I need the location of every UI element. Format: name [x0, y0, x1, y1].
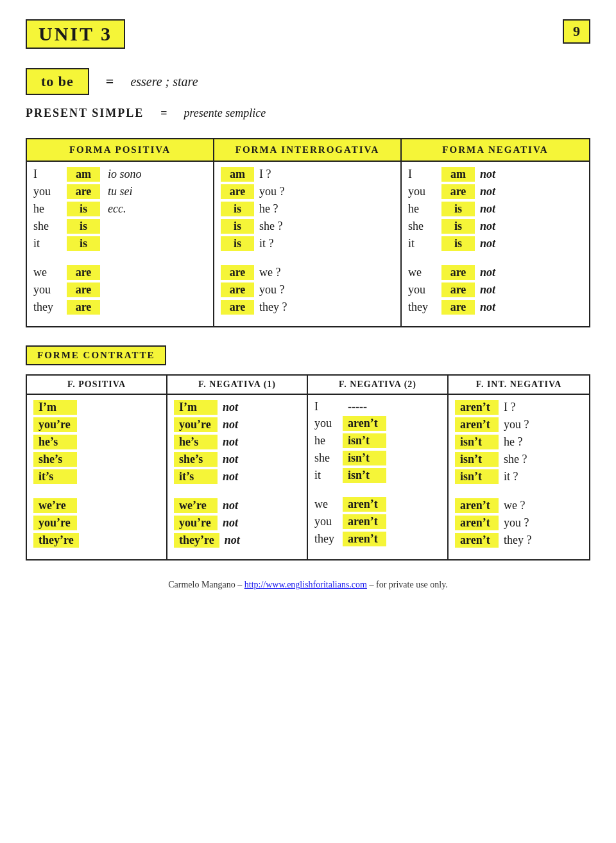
contracted-neg: aren’t	[455, 400, 499, 415]
not: not	[480, 300, 504, 314]
contracted-form: he’s	[174, 435, 218, 449]
pronoun: you	[33, 283, 67, 297]
table-row: is it ?	[221, 236, 394, 251]
verb: am	[221, 167, 254, 182]
table-row: he is not	[408, 202, 583, 216]
verb: is	[67, 236, 100, 251]
contracted-form: you’re	[33, 417, 77, 432]
present-simple-translation: presente semplice	[184, 107, 266, 120]
table-row: she’s not	[174, 452, 300, 467]
contratte-col-neg2: F. NEGATIVA (2) I ----- you aren’t he is…	[308, 376, 449, 559]
footer-text: Carmelo Mangano –	[168, 580, 244, 589]
not: not	[223, 401, 238, 414]
translation: ecc.	[108, 202, 126, 216]
positiva-body: I am io sono you are tu sei he is ecc. s…	[27, 162, 213, 326]
not: not	[223, 453, 238, 466]
pronoun: you	[314, 515, 343, 528]
contracted-form: they’re	[33, 533, 79, 548]
translation: io sono	[108, 168, 142, 181]
verb: is	[221, 219, 254, 234]
table-row: you are not	[408, 184, 583, 199]
pronoun: they	[408, 300, 441, 314]
contracted-neg: aren’t	[455, 533, 499, 548]
footer-suffix: – for private use only.	[367, 580, 448, 589]
table-row: I -----	[314, 400, 441, 413]
pronoun: it	[408, 237, 441, 250]
pronoun: she	[314, 451, 343, 465]
contracted-neg: isn’t	[455, 452, 499, 467]
page-number: 9	[563, 19, 590, 44]
pronoun: he	[314, 434, 343, 448]
contratte-col-int-neg: F. INT. NEGATIVA aren’t I ? aren’t you ?…	[449, 376, 589, 559]
not: not	[480, 283, 504, 297]
verb: are	[67, 282, 100, 297]
verb: am	[441, 167, 475, 182]
table-row: she’s	[33, 452, 160, 467]
pronoun: I	[408, 168, 441, 181]
question: I ?	[259, 168, 271, 181]
table-row: I am not	[408, 167, 583, 182]
pronoun: I	[314, 400, 343, 413]
table-row: they are not	[408, 300, 583, 315]
contracted-form: it’s	[33, 469, 77, 484]
contracted-neg: isn’t	[343, 468, 386, 483]
verb: are	[441, 300, 475, 315]
question: you ?	[504, 418, 529, 431]
table-row: she is	[33, 219, 207, 234]
question: it ?	[504, 470, 518, 483]
table-row: aren’t they ?	[455, 533, 583, 548]
footer-link[interactable]: http://www.englishforitalians.com	[244, 580, 367, 589]
col-negativa: FORMA NEGATIVA I am not you are not he i…	[402, 139, 589, 326]
contracted-form: you’re	[174, 516, 218, 530]
contracted-form: he’s	[33, 435, 77, 449]
question: you ?	[259, 283, 285, 297]
pronoun: we	[33, 266, 67, 279]
table-row: it’s	[33, 469, 160, 484]
question: they ?	[259, 300, 287, 314]
pronoun: you	[314, 417, 343, 430]
not: not	[223, 418, 238, 431]
contracted-form: they’re	[174, 533, 219, 548]
contracted-neg: aren’t	[343, 514, 386, 529]
table-row: they aren’t	[314, 532, 441, 546]
table-row: he is ecc.	[33, 202, 207, 216]
pronoun: they	[314, 532, 343, 546]
contracted-form: I’m	[33, 400, 77, 415]
question: you ?	[259, 185, 285, 198]
footer: Carmelo Mangano – http://www.englishfori…	[26, 580, 590, 590]
pronoun: it	[33, 237, 67, 250]
table-row: he’s	[33, 435, 160, 449]
table-row: I’m	[33, 400, 160, 415]
contracted-neg: aren’t	[455, 498, 499, 513]
table-row: isn’t he ?	[455, 435, 583, 449]
pronoun: you	[33, 185, 67, 198]
col-interrogativa: FORMA INTERROGATIVA am I ? are you ? is …	[214, 139, 402, 326]
verb: are	[441, 184, 475, 199]
contracted-neg: aren’t	[455, 516, 499, 530]
table-row: isn’t it ?	[455, 469, 583, 484]
table-row: we’re not	[174, 498, 300, 513]
contracted-form: she’s	[33, 452, 77, 467]
contracted-form: I’m	[174, 400, 218, 415]
contratte-label: FORME CONTRATTE	[26, 345, 166, 365]
not: not	[223, 470, 238, 483]
table-row: it’s not	[174, 469, 300, 484]
contracted-neg: isn’t	[343, 433, 386, 448]
table-row: isn’t she ?	[455, 452, 583, 467]
pronoun: they	[33, 300, 67, 314]
to-be-equals: =	[106, 73, 114, 90]
table-row: are we ?	[221, 265, 394, 280]
table-row: we are not	[408, 265, 583, 280]
not: not	[480, 266, 504, 279]
table-row: you’re	[33, 417, 160, 432]
contratte-positiva-header: F. POSITIVA	[27, 376, 166, 395]
col-positiva: FORMA POSITIVA I am io sono you are tu s…	[27, 139, 214, 326]
table-row: aren’t you ?	[455, 516, 583, 530]
contratte-col-positiva: F. POSITIVA I’m you’re he’s she’s it’s	[27, 376, 167, 559]
contratte-int-neg-body: aren’t I ? aren’t you ? isn’t he ? isn’t…	[449, 395, 589, 559]
table-row: we aren’t	[314, 497, 441, 512]
verb: are	[221, 265, 254, 280]
unit-label: UNIT 3	[26, 19, 125, 49]
table-row: he’s not	[174, 435, 300, 449]
contratte-int-neg-header: F. INT. NEGATIVA	[449, 376, 589, 395]
